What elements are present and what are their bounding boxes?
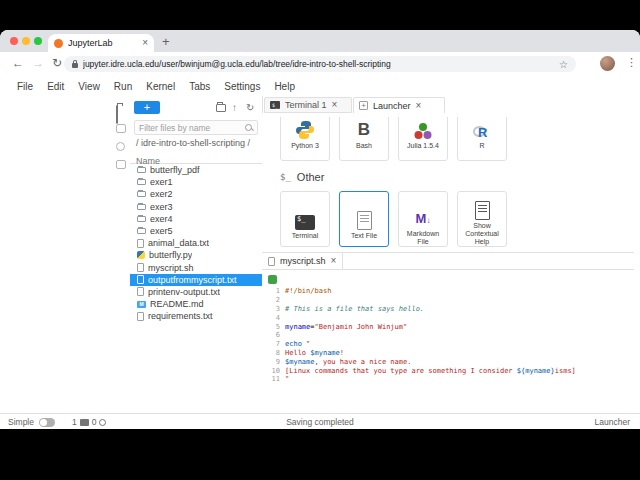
tab-manager-icon[interactable]	[116, 160, 126, 169]
text-file-icon	[137, 287, 144, 296]
tab-launcher[interactable]: + Launcher ×	[353, 97, 445, 114]
menu-settings[interactable]: Settings	[217, 81, 267, 92]
python-file-icon	[137, 251, 145, 259]
text-file-icon	[268, 257, 275, 266]
bash-logo: B	[358, 117, 370, 140]
refresh-icon[interactable]: ↻	[246, 101, 254, 114]
text-file-icon	[357, 192, 372, 230]
browser-tab-title: JupyterLab	[68, 38, 142, 48]
menu-help[interactable]: Help	[267, 81, 302, 92]
launcher-icon: +	[359, 101, 368, 110]
launcher-card-python3[interactable]: Python 3	[280, 117, 330, 161]
python-logo	[295, 117, 315, 140]
search-icon	[245, 124, 253, 132]
text-file-icon	[137, 239, 144, 248]
new-launcher-button[interactable]: +	[134, 101, 160, 114]
menu-view[interactable]: View	[71, 81, 107, 92]
minimize-window-button[interactable]	[22, 37, 30, 45]
menu-tabs[interactable]: Tabs	[182, 81, 217, 92]
reload-icon[interactable]: ↻	[52, 56, 62, 70]
file-row[interactable]: butterfly.py	[130, 249, 262, 261]
url-field[interactable]: jupyter.idre.ucla.edu/user/bwinjum@g.ucl…	[64, 56, 576, 72]
other-section-title: Other	[297, 171, 325, 183]
browser-tab[interactable]: JupyterLab ×	[48, 34, 154, 52]
running-sessions-icon[interactable]	[116, 124, 126, 133]
file-row[interactable]: animal_data.txt	[130, 237, 262, 249]
file-row-selected[interactable]: outputfrommyscript.txt	[130, 274, 262, 286]
file-browser-panel: + ↑ ↻ Filter files by name / idre-intro-…	[130, 96, 263, 413]
julia-logo	[413, 117, 433, 140]
terminal-icon: $_	[270, 101, 280, 109]
zoom-window-button[interactable]	[34, 37, 42, 45]
tab-terminal-1[interactable]: $_ Terminal 1 ×	[264, 97, 352, 113]
text-file-icon	[137, 275, 144, 284]
editor-tab-bar: myscript.sh ×	[262, 253, 634, 270]
menu-edit[interactable]: Edit	[40, 81, 71, 92]
jupyter-favicon	[54, 39, 63, 48]
menu-kernel[interactable]: Kernel	[139, 81, 182, 92]
bookmark-star-icon[interactable]: ☆	[559, 59, 568, 70]
markdown-file-icon: M	[137, 301, 146, 308]
new-folder-icon[interactable]	[216, 104, 226, 112]
close-tab-icon[interactable]: ×	[142, 38, 148, 48]
code-editor[interactable]: 1#!/bin/bash 2 3# This is a file that sa…	[262, 287, 634, 413]
profile-avatar[interactable]	[600, 56, 615, 71]
main-dock-area: $_ Terminal 1 × + Launcher ×	[262, 96, 634, 413]
launcher-card-r[interactable]: R R	[457, 117, 507, 161]
terminal-glyph-icon: $_	[280, 172, 291, 182]
status-bar: Simple 1 0 Saving completed Launcher	[0, 413, 640, 429]
command-palette-icon[interactable]	[116, 142, 125, 151]
address-bar: ← → ↻ jupyter.idre.ucla.edu/user/bwinjum…	[0, 52, 640, 77]
back-icon[interactable]: ←	[12, 56, 24, 70]
close-tab-icon[interactable]: ×	[416, 101, 422, 111]
menu-run[interactable]: Run	[107, 81, 139, 92]
filter-placeholder: Filter files by name	[139, 123, 245, 133]
browser-tab-strip: JupyterLab × +	[0, 30, 640, 52]
tab-myscript-sh[interactable]: myscript.sh ×	[262, 253, 343, 269]
close-window-button[interactable]	[10, 37, 18, 45]
forward-icon[interactable]: →	[32, 56, 44, 70]
file-row[interactable]: exer4	[130, 213, 262, 225]
breadcrumb[interactable]: / idre-intro-to-shell-scripting /	[136, 138, 250, 148]
launcher-card-markdown-file[interactable]: M↓ Markdown File	[398, 191, 448, 247]
other-section-cards: $_ Terminal Text File M↓ Markdown File	[280, 191, 620, 249]
close-tab-icon[interactable]: ×	[331, 256, 337, 266]
dock-tab-bar: $_ Terminal 1 × + Launcher ×	[262, 96, 634, 114]
file-row[interactable]: MREADME.md	[130, 298, 262, 310]
launcher-card-bash[interactable]: B Bash	[339, 117, 389, 161]
folder-icon	[137, 191, 146, 197]
file-row[interactable]: requirements.txt	[130, 310, 262, 322]
menu-file[interactable]: File	[10, 81, 40, 92]
lock-icon	[72, 63, 78, 68]
folder-icon	[137, 204, 146, 210]
file-row[interactable]: exer3	[130, 201, 262, 213]
other-section-header: $_ Other	[280, 171, 324, 183]
launcher-card-text-file[interactable]: Text File	[339, 191, 389, 247]
launcher-card-terminal[interactable]: $_ Terminal	[280, 191, 330, 247]
launcher-card-julia[interactable]: Julia 1.5.4	[398, 117, 448, 161]
folder-icon	[137, 179, 146, 185]
url-text: jupyter.idre.ucla.edu/user/bwinjum@g.ucl…	[83, 59, 559, 69]
filter-files-input[interactable]: Filter files by name	[134, 120, 258, 135]
text-file-icon	[137, 312, 144, 321]
contextual-help-icon	[475, 192, 490, 220]
folder-icon	[137, 228, 146, 234]
launcher-card-contextual-help[interactable]: Show Contextual Help	[457, 191, 507, 247]
markdown-icon: M↓	[416, 192, 431, 228]
file-row[interactable]: exer2	[130, 188, 262, 200]
new-tab-button[interactable]: +	[162, 34, 170, 49]
file-browser-icon[interactable]	[116, 105, 118, 124]
jupyterlab-body: + ↑ ↻ Filter files by name / idre-intro-…	[0, 96, 640, 413]
file-row[interactable]: myscript.sh	[130, 262, 262, 274]
browser-menu-icon[interactable]: ⋮	[626, 56, 637, 69]
file-list-header[interactable]: Name	[130, 150, 262, 164]
close-tab-icon[interactable]: ×	[332, 100, 338, 110]
upload-icon[interactable]: ↑	[232, 101, 237, 114]
file-row[interactable]: exer5	[130, 225, 262, 237]
file-row[interactable]: printenv-output.txt	[130, 286, 262, 298]
editor-panel: myscript.sh × 1#!/bin/bash 2 3# This is …	[262, 252, 634, 413]
green-indicator	[268, 275, 277, 284]
file-row[interactable]: butterfly_pdf	[130, 164, 262, 176]
file-row[interactable]: exer1	[130, 176, 262, 188]
context-label: Launcher	[595, 417, 630, 427]
